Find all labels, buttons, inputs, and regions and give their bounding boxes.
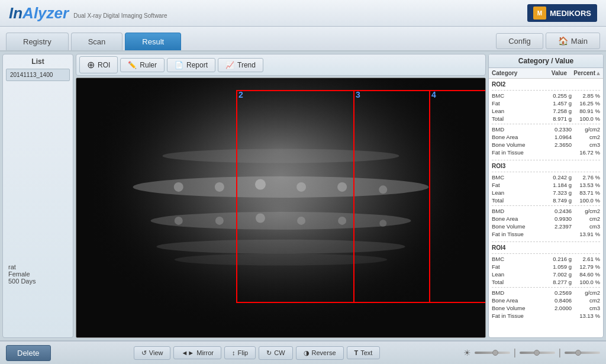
list-item[interactable]: 20141113_1400 xyxy=(6,69,70,81)
brightness-slider-track[interactable] xyxy=(475,352,510,354)
roi2-bonearea-row: Bone Area 1.0964 cm2 xyxy=(492,133,600,141)
logo: InAlyzer xyxy=(9,4,69,22)
roi3-section: ROI3 BMC 0.242 g 2.76 % Fat 1.184 g 13.5… xyxy=(489,157,603,239)
flip-button[interactable]: ↕ Flip xyxy=(224,346,256,359)
ruler-icon: ✏️ xyxy=(128,61,137,69)
roi3-fat-row: Fat 1.184 g 13.53 % xyxy=(492,181,600,189)
image-toolbar: ⊕ ROI ✏️ Ruler 📄 Report 📈 Trend xyxy=(76,54,486,76)
roi2-section: ROI2 BMC 0.255 g 2.85 % Fat 1.457 g 16.2… xyxy=(489,79,603,157)
text-label: Text xyxy=(360,349,372,356)
trend-button[interactable]: 📈 Trend xyxy=(218,58,263,72)
roi-button[interactable]: ⊕ ROI xyxy=(79,56,118,73)
reverse-button[interactable]: ◑ Reverse xyxy=(296,346,344,360)
roi3-bonevolume-row: Bone Volume 2.2397 cm3 xyxy=(492,223,600,230)
patient-age: 500 Days xyxy=(8,278,67,285)
nav-right: Config 🏠 Main xyxy=(496,33,600,49)
data-scroll[interactable]: ROI2 BMC 0.255 g 2.85 % Fat 1.457 g 16.2… xyxy=(489,79,603,337)
bottom-bar: Delete ↺ View ◄► Mirror ↕ Flip ↻ CW ◑ Re… xyxy=(0,340,606,364)
bottom-left: Delete xyxy=(6,345,51,361)
delete-button[interactable]: Delete xyxy=(6,345,51,361)
config-label: Config xyxy=(508,37,531,46)
roi4-fatintissue-row: Fat in Tissue 13.13 % xyxy=(492,312,600,320)
right-panel-title: Category / Value xyxy=(489,54,603,68)
roi3-bonearea-row: Bone Area 0.9930 cm2 xyxy=(492,215,600,223)
table-header: Category Value Percent ▲ xyxy=(489,68,603,79)
scroll-indicator: ▲ xyxy=(595,70,600,76)
main-button[interactable]: 🏠 Main xyxy=(546,33,600,49)
text-button[interactable]: T Text xyxy=(347,346,381,359)
roi4-bonevolume-row: Bone Volume 2.0000 cm3 xyxy=(492,304,600,312)
svg-point-10 xyxy=(215,182,224,192)
roi2-title: ROI2 xyxy=(492,80,600,89)
bottom-tools: ↺ View ◄► Mirror ↕ Flip ↻ CW ◑ Reverse T… xyxy=(134,346,381,360)
config-button[interactable]: Config xyxy=(496,33,543,49)
roi3-bmc-row: BMC 0.242 g 2.76 % xyxy=(492,173,600,181)
report-icon: 📄 xyxy=(175,61,183,69)
medikors-icon: M xyxy=(533,7,546,20)
reverse-label: Reverse xyxy=(312,349,336,356)
brightness-low-icon: ☀ xyxy=(463,348,471,357)
roi2-bmc-row: BMC 0.255 g 2.85 % xyxy=(492,92,600,99)
logo-area: InAlyzer Dual X-ray Digital Imaging Soft… xyxy=(9,4,167,22)
roi2-fatintissue-row: Fat in Tissue 16.72 % xyxy=(492,149,600,156)
medikors-label: MEDIKORS xyxy=(550,9,591,18)
home-icon: 🏠 xyxy=(558,36,568,46)
mirror-icon: ◄► xyxy=(181,349,194,356)
patient-sex: Female xyxy=(8,270,67,278)
roi3-fatintissue-row: Fat in Tissue 13.91 % xyxy=(492,230,600,238)
nav-left: Registry Scan Result xyxy=(6,33,181,50)
medikors-logo: M MEDIKORS xyxy=(527,4,597,22)
trend-label: Trend xyxy=(237,61,256,69)
roi3-title: ROI3 xyxy=(492,162,600,170)
svg-point-9 xyxy=(174,182,183,192)
tab-scan[interactable]: Scan xyxy=(71,33,123,50)
view-icon: ↺ xyxy=(141,349,147,357)
svg-point-15 xyxy=(175,217,183,225)
roi2-fat-row: Fat 1.457 g 16.25 % xyxy=(492,99,600,107)
roi-box-4: 4 xyxy=(429,90,486,303)
roi-icon: ⊕ xyxy=(87,59,95,70)
cw-icon: ↻ xyxy=(266,349,272,357)
patient-species: rat xyxy=(8,263,67,270)
roi-label-4: 4 xyxy=(431,90,436,99)
report-label: Report xyxy=(186,61,208,69)
roi-label-2: 2 xyxy=(238,90,243,99)
header: InAlyzer Dual X-ray Digital Imaging Soft… xyxy=(0,0,606,27)
mirror-button[interactable]: ◄► Mirror xyxy=(173,346,221,359)
gamma-slider-track[interactable] xyxy=(565,352,600,354)
col-percent-header: Percent xyxy=(567,70,595,76)
roi4-fat-row: Fat 1.059 g 12.79 % xyxy=(492,263,600,270)
cw-button[interactable]: ↻ CW xyxy=(259,346,292,360)
list-title: List xyxy=(31,57,44,66)
contrast-separator: | xyxy=(559,347,561,358)
right-panel: Category / Value Category Value Percent … xyxy=(488,54,604,338)
app-subtitle: Dual X-ray Digital Imaging Software xyxy=(73,8,167,19)
nav-bar: Registry Scan Result Config 🏠 Main xyxy=(0,27,606,51)
ruler-button[interactable]: ✏️ Ruler xyxy=(120,58,165,72)
roi4-section: ROI4 BMC 0.216 g 2.61 % Fat 1.059 g 12.7… xyxy=(489,239,603,321)
brightness-control: ☀ | | xyxy=(463,347,600,358)
logo-alyzer: Alyzer xyxy=(22,4,69,22)
cw-label: CW xyxy=(274,349,285,356)
roi4-total-row: Total 8.277 g 100.0 % xyxy=(492,278,600,286)
text-icon: T xyxy=(354,349,359,356)
roi4-bmd-row: BMD 0.2569 g/cm2 xyxy=(492,289,600,297)
roi4-bmc-row: BMC 0.216 g 2.61 % xyxy=(492,255,600,263)
view-button[interactable]: ↺ View xyxy=(134,346,171,360)
roi2-lean-row: Lean 7.258 g 80.91 % xyxy=(492,107,600,115)
main-label: Main xyxy=(571,37,588,46)
roi4-lean-row: Lean 7.002 g 84.60 % xyxy=(492,270,600,278)
tab-result[interactable]: Result xyxy=(125,33,181,50)
patient-info: rat Female 500 Days xyxy=(6,261,70,287)
roi3-bmd-row: BMD 0.2436 g/cm2 xyxy=(492,207,600,215)
roi3-lean-row: Lean 7.323 g 83.71 % xyxy=(492,189,600,197)
flip-icon: ↕ xyxy=(232,349,236,356)
tab-registry[interactable]: Registry xyxy=(6,33,69,50)
main-content: List 20141113_1400 rat Female 500 Days ⊕… xyxy=(0,51,606,340)
contrast-slider-track[interactable] xyxy=(520,352,555,354)
roi-label: ROI xyxy=(98,61,110,69)
logo-in: In xyxy=(9,4,22,22)
report-button[interactable]: 📄 Report xyxy=(167,58,215,72)
reverse-icon: ◑ xyxy=(304,349,310,357)
roi2-total-row: Total 8.971 g 100.0 % xyxy=(492,115,600,123)
